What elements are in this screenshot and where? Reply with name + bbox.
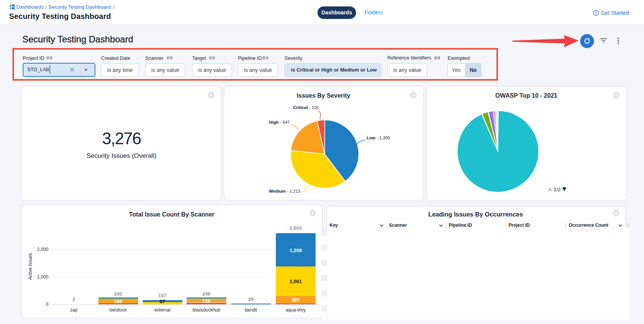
svg-text:Critical - 116: Critical - 116 [293,105,319,110]
svg-text:?: ? [595,11,597,15]
svg-text:Medium - 1,213: Medium - 1,213 [269,189,300,193]
svg-text:High - 647: High - 647 [269,120,290,125]
svg-text:Low - 1,300: Low - 1,300 [367,136,390,140]
